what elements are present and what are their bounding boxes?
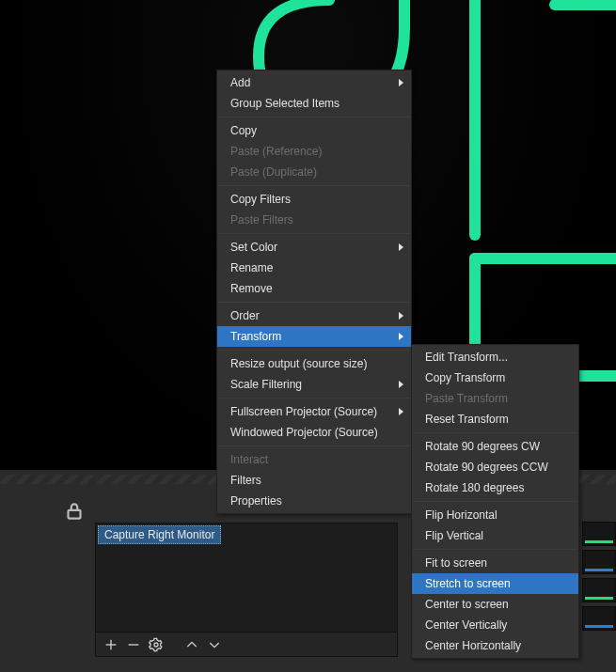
menu-label: Add [230,76,250,89]
menu-label: Properties [230,494,282,508]
transform-submenu: Edit Transform... Copy Transform Paste T… [411,344,579,659]
menu-paste-duplicate: Paste (Duplicate) [217,162,411,182]
menu-label: Transform [230,330,281,343]
menu-label: Filters [230,474,261,487]
submenu-paste-transform: Paste Transform [412,388,578,409]
menu-remove[interactable]: Remove [217,278,411,299]
track-strips [582,522,616,672]
submenu-flip-horizontal[interactable]: Flip Horizontal [412,505,578,525]
submenu-rotate-90-ccw[interactable]: Rotate 90 degrees CCW [412,457,578,477]
menu-order[interactable]: Order [217,305,411,326]
menu-label: Center to screen [425,598,509,611]
menu-separator [218,233,410,234]
menu-copy[interactable]: Copy [217,120,411,141]
submenu-center-to-screen[interactable]: Center to screen [412,594,578,615]
menu-label: Flip Vertical [425,529,483,542]
source-settings-button[interactable] [147,635,166,654]
menu-label: Paste Filters [230,213,293,227]
menu-fullscreen-projector[interactable]: Fullscreen Projector (Source) [217,401,411,422]
menu-paste-filters: Paste Filters [217,210,411,230]
menu-label: Rotate 90 degrees CCW [425,461,548,474]
svg-rect-0 [69,510,81,519]
menu-separator [218,350,410,351]
menu-resize-output[interactable]: Resize output (source size) [217,353,411,374]
submenu-rotate-90-cw[interactable]: Rotate 90 degrees CW [412,436,578,457]
menu-transform[interactable]: Transform [217,326,411,347]
menu-copy-filters[interactable]: Copy Filters [217,189,411,210]
submenu-rotate-180[interactable]: Rotate 180 degrees [412,477,578,498]
menu-label: Fit to screen [425,556,487,570]
menu-separator [413,549,577,550]
menu-label: Reset Transform [425,413,509,426]
submenu-copy-transform[interactable]: Copy Transform [412,367,578,388]
menu-label: Paste (Duplicate) [230,165,317,179]
menu-separator [413,432,577,433]
source-item-label: Capture Right Monitor [104,528,214,541]
menu-label: Edit Transform... [425,351,508,364]
menu-label: Resize output (source size) [230,357,367,370]
menu-properties[interactable]: Properties [217,491,411,511]
menu-rename[interactable]: Rename [217,258,411,278]
menu-label: Center Vertically [425,618,507,632]
menu-label: Interact [230,453,268,466]
menu-separator [218,398,410,399]
menu-label: Fullscreen Projector (Source) [230,405,377,418]
track-row [582,606,616,631]
submenu-edit-transform[interactable]: Edit Transform... [412,347,578,367]
move-down-button[interactable] [205,635,224,654]
submenu-center-horizontally[interactable]: Center Horizontally [412,635,578,656]
submenu-flip-vertical[interactable]: Flip Vertical [412,525,578,546]
menu-label: Flip Horizontal [425,508,498,522]
menu-add[interactable]: Add [217,72,411,93]
panel-lock-icon [62,499,87,516]
move-up-button[interactable] [182,635,201,654]
menu-label: Paste (Reference) [230,145,322,158]
context-menu: Add Group Selected Items Copy Paste (Ref… [216,70,412,514]
menu-label: Rename [230,261,273,274]
menu-label: Windowed Projector (Source) [230,426,378,439]
menu-label: Rotate 90 degrees CW [425,440,540,453]
menu-label: Group Selected Items [230,97,340,110]
menu-label: Paste Transform [425,392,508,405]
menu-label: Copy Filters [230,193,291,206]
add-source-button[interactable] [102,635,120,654]
sources-panel: Capture Right Monitor [95,523,398,657]
sources-toolbar [96,632,397,656]
menu-label: Center Horizontally [425,639,521,652]
menu-set-color[interactable]: Set Color [217,237,411,258]
menu-label: Stretch to screen [425,577,511,590]
menu-filters[interactable]: Filters [217,470,411,491]
menu-label: Rotate 180 degrees [425,481,524,494]
menu-label: Scale Filtering [230,378,302,391]
track-row [582,550,616,574]
menu-label: Order [230,309,260,322]
menu-scale-filtering[interactable]: Scale Filtering [217,374,411,395]
source-item-selected[interactable]: Capture Right Monitor [98,525,221,544]
menu-label: Copy [230,124,257,137]
menu-separator [218,117,410,117]
submenu-center-vertically[interactable]: Center Vertically [412,615,578,635]
submenu-reset-transform[interactable]: Reset Transform [412,409,578,430]
track-row [582,578,616,602]
menu-windowed-projector[interactable]: Windowed Projector (Source) [217,422,411,443]
remove-source-button[interactable] [124,635,143,654]
menu-label: Remove [230,282,273,295]
submenu-fit-to-screen[interactable]: Fit to screen [412,553,578,573]
submenu-stretch-to-screen[interactable]: Stretch to screen [412,573,578,594]
menu-label: Set Color [230,241,277,254]
menu-separator [218,302,410,303]
track-row [582,522,616,546]
menu-group-selected[interactable]: Group Selected Items [217,93,411,114]
menu-separator [413,501,577,502]
menu-separator [218,445,410,446]
menu-paste-reference: Paste (Reference) [217,141,411,162]
menu-interact: Interact [217,449,411,470]
menu-label: Copy Transform [425,371,505,384]
svg-point-4 [154,643,158,647]
menu-separator [218,185,410,186]
